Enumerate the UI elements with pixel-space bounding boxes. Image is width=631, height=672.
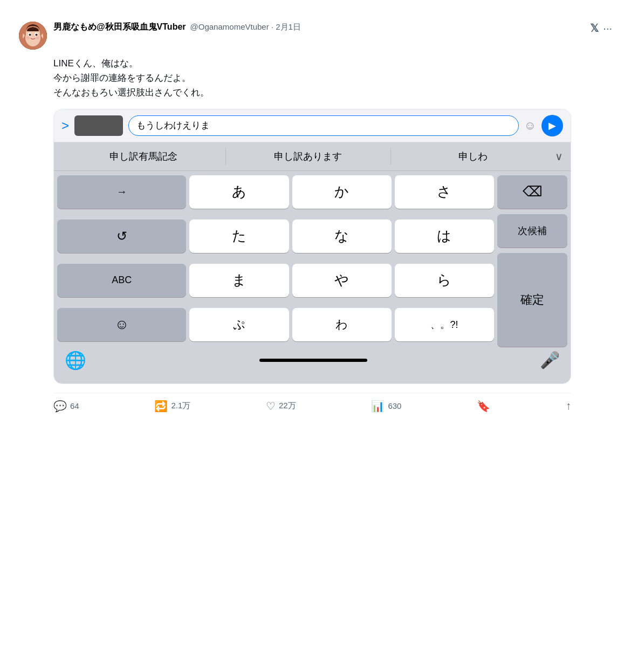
- chat-input-bar: > ☺ ▶: [54, 109, 571, 142]
- key-a[interactable]: あ: [189, 175, 289, 209]
- keyboard: → あ か さ ↺ た な は ABC ま: [54, 171, 571, 383]
- action-views[interactable]: 📊 630: [371, 400, 401, 413]
- send-button[interactable]: ▶: [541, 115, 563, 136]
- key-abc[interactable]: ABC: [57, 264, 186, 297]
- autocomplete-bar: 申し訳有馬記念 申し訳あります 申しわ ∨: [54, 142, 571, 171]
- comment-count: 64: [70, 401, 79, 410]
- retweet-count: 2.1万: [171, 401, 190, 411]
- retweet-icon: 🔁: [154, 400, 168, 413]
- key-ka[interactable]: か: [292, 175, 392, 209]
- keyboard-bottom: 🌐 🎤: [57, 347, 567, 381]
- key-sa[interactable]: さ: [395, 175, 494, 209]
- phone-screenshot: > ☺ ▶ 申し訳有馬記念 申し訳あります 申しわ ∨: [53, 109, 571, 384]
- keyboard-row-4: ☺ ぷ わ 、。?!: [57, 308, 494, 341]
- suggestion-1[interactable]: 申し訳有馬記念: [61, 148, 226, 165]
- keyboard-row-1: → あ か さ: [57, 175, 494, 209]
- tweet-icons: 𝕏 ···: [590, 22, 612, 35]
- key-backspace[interactable]: ⌫: [497, 175, 567, 209]
- autocomplete-suggestions: 申し訳有馬記念 申し訳あります 申しわ: [61, 148, 551, 165]
- svg-point-7: [26, 36, 30, 39]
- handle[interactable]: @OganamomeVtuber: [190, 22, 269, 31]
- rows-right: ⌫ 次候補 確定: [497, 175, 567, 347]
- chat-input-field[interactable]: [128, 115, 519, 136]
- key-punct[interactable]: 、。?!: [395, 308, 494, 341]
- key-ta[interactable]: た: [189, 220, 289, 253]
- rows-left: → あ か さ ↺ た な は ABC ま: [57, 175, 494, 347]
- mic-icon[interactable]: 🎤: [540, 351, 560, 369]
- rows-wrapper: → あ か さ ↺ た な は ABC ま: [57, 175, 567, 347]
- action-bookmark[interactable]: 🔖: [477, 400, 490, 413]
- key-ya[interactable]: や: [292, 264, 392, 297]
- key-undo[interactable]: ↺: [57, 220, 186, 253]
- share-icon: ↑: [566, 400, 571, 412]
- keyboard-row-3: ABC ま や ら: [57, 264, 494, 297]
- key-ra[interactable]: ら: [395, 264, 494, 297]
- avatar[interactable]: [19, 22, 47, 50]
- tweet-header: 男鹿なもめ@秋田系吸血鬼VTuber @OganamomeVtuber · 2月…: [19, 22, 612, 50]
- tweet-line1: LINEくん、俺はな。: [53, 56, 612, 71]
- suggestion-3[interactable]: 申しわ: [391, 148, 551, 165]
- key-na[interactable]: な: [292, 220, 392, 253]
- key-confirm[interactable]: 確定: [497, 253, 567, 347]
- svg-point-8: [36, 36, 39, 39]
- action-likes[interactable]: ♡ 22万: [266, 400, 296, 413]
- key-wa[interactable]: わ: [292, 308, 392, 341]
- key-ha[interactable]: は: [395, 220, 494, 253]
- action-comments[interactable]: 💬 64: [53, 400, 79, 413]
- chat-avatar-blurred: [74, 115, 123, 136]
- tweet-text: LINEくん、俺はな。 今から謝罪の連絡をするんだよ。 そんなおもろい選択肢出さ…: [19, 56, 612, 100]
- keyboard-row-2: ↺ た な は: [57, 220, 494, 253]
- user-name-row: 男鹿なもめ@秋田系吸血鬼VTuber @OganamomeVtuber · 2月…: [53, 22, 584, 33]
- comment-icon: 💬: [53, 400, 67, 413]
- view-count: 630: [388, 401, 401, 410]
- send-icon: ▶: [548, 120, 556, 132]
- svg-point-5: [29, 34, 31, 36]
- autocomplete-chevron[interactable]: ∨: [555, 150, 563, 163]
- tweet-date: · 2月1日: [271, 22, 301, 31]
- home-bar: [259, 359, 367, 362]
- svg-point-6: [36, 34, 38, 36]
- bookmark-icon: 🔖: [477, 400, 490, 413]
- tweet-line3: そんなおもろい選択肢出さんでくれ。: [53, 85, 612, 100]
- x-icon: 𝕏: [590, 22, 599, 35]
- handle-date: @OganamomeVtuber · 2月1日: [190, 22, 301, 32]
- tweet-container: 男鹿なもめ@秋田系吸血鬼VTuber @OganamomeVtuber · 2月…: [19, 13, 612, 421]
- emoji-button[interactable]: ☺: [524, 119, 536, 133]
- key-ma[interactable]: ま: [189, 264, 289, 297]
- key-emoji[interactable]: ☺: [57, 308, 186, 341]
- tweet-line2: 今から謝罪の連絡をするんだよ。: [53, 71, 612, 85]
- display-name[interactable]: 男鹿なもめ@秋田系吸血鬼VTuber: [53, 22, 186, 33]
- views-icon: 📊: [371, 400, 385, 413]
- more-icon[interactable]: ···: [603, 22, 612, 35]
- key-pu[interactable]: ぷ: [189, 308, 289, 341]
- heart-icon: ♡: [266, 400, 276, 413]
- action-retweets[interactable]: 🔁 2.1万: [154, 400, 190, 413]
- user-info: 男鹿なもめ@秋田系吸血鬼VTuber @OganamomeVtuber · 2月…: [53, 22, 584, 33]
- like-count: 22万: [279, 401, 296, 411]
- key-arrow[interactable]: →: [57, 175, 186, 209]
- back-button[interactable]: >: [61, 118, 69, 133]
- key-next-candidate[interactable]: 次候補: [497, 214, 567, 248]
- tweet-actions: 💬 64 🔁 2.1万 ♡ 22万 📊 630 🔖 ↑: [53, 393, 571, 413]
- suggestion-2[interactable]: 申し訳あります: [226, 148, 390, 165]
- action-share[interactable]: ↑: [566, 400, 571, 412]
- globe-icon[interactable]: 🌐: [65, 350, 86, 371]
